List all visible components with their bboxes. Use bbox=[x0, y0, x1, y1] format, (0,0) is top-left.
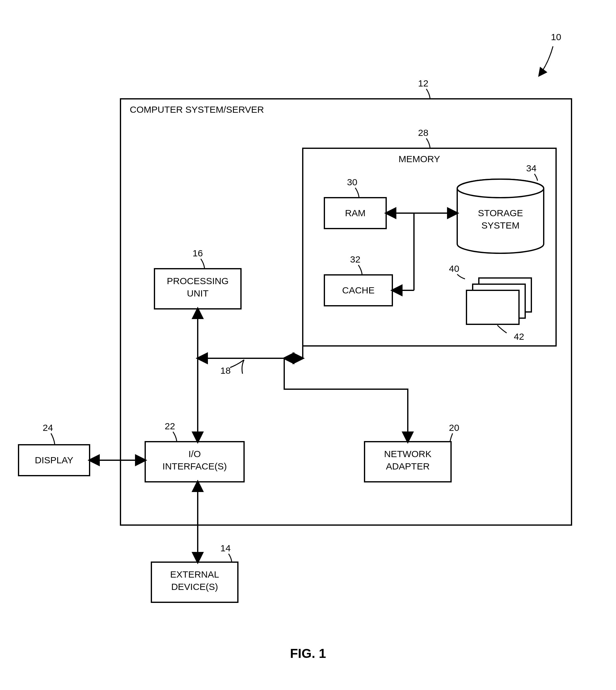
ref-network: 20 bbox=[449, 423, 459, 433]
io-label-l2: INTERFACE(S) bbox=[162, 461, 227, 471]
module-stack bbox=[466, 278, 531, 324]
ref-ram: 30 bbox=[347, 177, 357, 187]
figure-caption: FIG. 1 bbox=[290, 646, 326, 661]
display-label: DISPLAY bbox=[35, 455, 73, 465]
memory-title: MEMORY bbox=[398, 154, 440, 164]
ram-label: RAM bbox=[345, 208, 366, 218]
storage-label-l1: STORAGE bbox=[478, 208, 523, 218]
ref-bus: 18 bbox=[220, 365, 230, 376]
ref-processing: 16 bbox=[193, 248, 203, 258]
ref-storage: 34 bbox=[526, 163, 536, 173]
ref-module-group: 40 bbox=[449, 264, 459, 274]
ref-display: 24 bbox=[43, 423, 53, 433]
processing-label-l2: UNIT bbox=[187, 288, 208, 298]
ref-cache: 32 bbox=[350, 254, 360, 264]
io-label-l1: I/O bbox=[189, 449, 201, 459]
ref-external: 14 bbox=[220, 543, 230, 553]
ref-module-item: 42 bbox=[514, 331, 524, 341]
ref-io: 22 bbox=[164, 421, 175, 431]
ref-overall: 10 bbox=[551, 32, 561, 42]
storage-label-l2: SYSTEM bbox=[481, 220, 519, 230]
diagram-svg: 10 COMPUTER SYSTEM/SERVER 12 MEMORY 28 R… bbox=[0, 0, 616, 690]
computer-system-title: COMPUTER SYSTEM/SERVER bbox=[130, 104, 264, 115]
cache-label: CACHE bbox=[342, 285, 374, 295]
svg-point-0 bbox=[457, 179, 544, 198]
external-label-l1: EXTERNAL bbox=[170, 569, 219, 579]
external-label-l2: DEVICE(S) bbox=[171, 582, 218, 592]
svg-rect-3 bbox=[466, 290, 519, 324]
processing-label-l1: PROCESSING bbox=[167, 276, 228, 286]
network-label-l2: ADAPTER bbox=[386, 461, 430, 471]
ref-system: 12 bbox=[418, 78, 428, 88]
network-label-l1: NETWORK bbox=[384, 449, 431, 459]
ref-memory: 28 bbox=[418, 128, 428, 138]
